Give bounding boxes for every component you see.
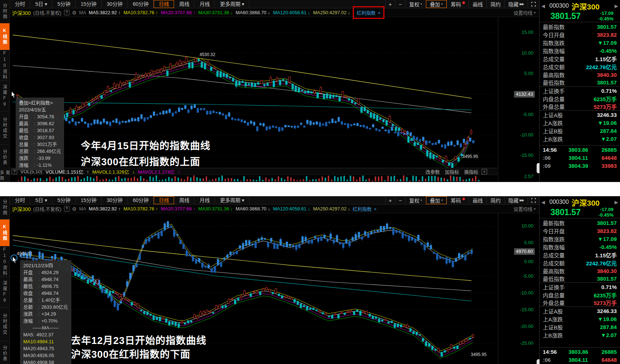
gear-icon[interactable]: ⚙ (72, 10, 77, 16)
period-button[interactable]: 月线 (194, 196, 215, 204)
caret-down-icon: ▾ (534, 11, 536, 15)
prev-symbol-icon[interactable]: ◀ (541, 3, 545, 9)
panel-collapse-handle[interactable] (537, 163, 540, 173)
quote-row: 上B涨跌▼2.07 (540, 135, 620, 143)
zoom-out-button[interactable]: − (395, 196, 405, 204)
sidebar-item[interactable]: K线图 (0, 23, 9, 50)
chips-button[interactable]: 筹码 (447, 196, 469, 204)
fullscreen-button[interactable] (528, 0, 539, 8)
indicator-link[interactable]: 换指标 (464, 168, 478, 175)
sidebar-item[interactable]: K线图 (0, 219, 9, 246)
quote-row: 内盘总量6235万手 (540, 95, 620, 103)
caret-down-icon: ▾ (441, 2, 443, 6)
quote-row: 总成交量1.15亿手 (540, 251, 620, 259)
sidebar-item[interactable]: 分时图 (0, 0, 9, 23)
overlay-button[interactable]: 叠加▾ (426, 0, 447, 8)
chart-mode: (日线,不复权) (33, 205, 61, 212)
chevrons-icon: ▶▶ (520, 2, 524, 6)
draw-line-button[interactable]: 画线 (469, 0, 486, 8)
gear-icon[interactable]: ⚙ (72, 206, 77, 212)
simple-mode-button[interactable]: 简约 (486, 196, 504, 204)
red-dot-icon (462, 198, 465, 200)
overlay-index-tab[interactable]: 红利指数× (357, 10, 381, 16)
period-button[interactable]: 周线 (174, 196, 194, 204)
fullscreen-icon (531, 198, 536, 203)
period-button[interactable]: 分时 (10, 196, 30, 204)
fuquan-button[interactable]: 复权▾ (405, 196, 426, 204)
zoom-in-button[interactable]: + (385, 0, 395, 8)
period-button[interactable]: 5日 ▾ (30, 0, 52, 8)
overlay-button[interactable]: 叠加▾ (426, 196, 447, 204)
sidebar-item[interactable]: 分时图 (0, 196, 9, 219)
tooltip-row: 涨跌:+34.29 (23, 310, 68, 317)
kline-chart-bottom[interactable]: 10.00 5.00 4970.60 0.00 -5.00 -10.00 -15… (10, 213, 539, 364)
quote-row: 总成交量1.15亿手 (540, 55, 620, 63)
period-button[interactable]: 更多周期 ▾ (215, 196, 249, 204)
fuquan-label: 复权 (409, 197, 419, 204)
period-button[interactable]: 60分钟 (128, 196, 154, 204)
tooltip-row: 涨跌:-33.99 (19, 155, 61, 162)
sidebar-item[interactable]: 多周期 (0, 170, 9, 182)
period-button[interactable]: 60分钟 (128, 0, 154, 8)
zoom-in-button[interactable]: + (385, 196, 395, 204)
prev-symbol-icon[interactable]: ◀ (541, 199, 545, 205)
quote-row: 最高指数3840.30 (540, 267, 620, 275)
help-icon[interactable]: ? (64, 206, 70, 211)
change-value: -17.09 (600, 11, 613, 16)
ma-settings-button[interactable]: 设置均线▾ (513, 9, 536, 16)
sidebar-item[interactable]: F10资料 (0, 50, 9, 81)
period-button[interactable]: 15分钟 (76, 196, 102, 204)
chips-button[interactable]: 筹码 (447, 0, 469, 8)
period-button[interactable]: 更多周期 ▾ (215, 0, 249, 8)
period-button[interactable]: 5日 ▾ (30, 196, 52, 204)
next-symbol-icon[interactable]: ▶ (615, 199, 618, 205)
ma-settings-button[interactable]: 设置均线▾ (513, 205, 536, 212)
hide-button[interactable]: 隐藏▶▶ (504, 196, 528, 204)
close-icon[interactable]: × (378, 10, 381, 16)
quote-row: 上证B股287.84 (540, 127, 620, 135)
overlay-label: 叠加 (430, 197, 440, 204)
sidebar-item[interactable]: 分价表 (0, 145, 9, 170)
kline-chart-top[interactable]: 15.00 10.00 5.00 4132.43 -5.00 -10.00 -1… (10, 17, 539, 182)
help-icon[interactable]: ? (64, 10, 70, 15)
panel-collapse-handle[interactable] (537, 359, 540, 364)
overlay-index-tab[interactable]: 红利指数× (353, 205, 377, 212)
candlestick-canvas (10, 213, 539, 364)
period-button[interactable]: 5分钟 (52, 196, 76, 204)
indicator-link[interactable]: 改参数 (426, 168, 440, 175)
sidebar-item[interactable]: F10资料 (0, 246, 9, 277)
period-button[interactable]: 月线 (194, 0, 215, 8)
sidebar-item[interactable]: 分价表 (0, 341, 9, 364)
quote-rows: 最新指数3801.57今日开盘3823.82指数涨跌▼17.09指数涨幅-0.4… (540, 23, 620, 143)
quote-row: 外盘总量5273万手 (540, 299, 620, 307)
close-indicator-icon[interactable]: × (482, 169, 487, 174)
down-arrow-icon: ↓ (178, 169, 181, 174)
draw-line-button[interactable]: 画线 (469, 196, 486, 204)
period-button[interactable]: 分时 (10, 0, 30, 8)
quote-row: 上证A股3246.33 (540, 111, 620, 119)
overlay-index-label: 红利指数 (353, 206, 372, 212)
sidebar-item[interactable]: 深度F9 (0, 277, 9, 308)
ma-value: MA30:3731.36 ↓ (198, 10, 233, 15)
hide-button[interactable]: 隐藏▶▶ (504, 0, 528, 8)
toolbar-right: + − 复权▾ 叠加▾ 筹码 画线 简约 隐藏▶▶ (385, 0, 539, 8)
period-button[interactable]: 5分钟 (52, 0, 76, 8)
period-button[interactable]: 周线 (174, 0, 194, 8)
sidebar-item[interactable]: 分时成交 (0, 111, 9, 145)
period-button[interactable]: 30分钟 (102, 0, 128, 8)
close-icon[interactable]: × (374, 206, 377, 212)
period-button[interactable]: 15分钟 (76, 0, 102, 8)
next-symbol-icon[interactable]: ▶ (615, 3, 618, 9)
simple-mode-button[interactable]: 简约 (486, 0, 504, 8)
period-button[interactable]: 日线 (154, 196, 174, 204)
tooltip-ma-row: MA5: 4922.37 (23, 331, 68, 338)
fullscreen-button[interactable] (528, 196, 539, 204)
period-button[interactable]: 30分钟 (102, 196, 128, 204)
sidebar-item[interactable]: 分时成交 (0, 308, 9, 341)
zoom-out-button[interactable]: − (395, 0, 405, 8)
fuquan-button[interactable]: 复权▾ (405, 0, 426, 8)
indicator-link[interactable]: 加指标 (445, 168, 459, 175)
period-button[interactable]: 日线 (154, 0, 174, 8)
sidebar-item[interactable]: 深度F9 (0, 81, 9, 111)
symbol-name: 沪深300 (12, 205, 31, 213)
